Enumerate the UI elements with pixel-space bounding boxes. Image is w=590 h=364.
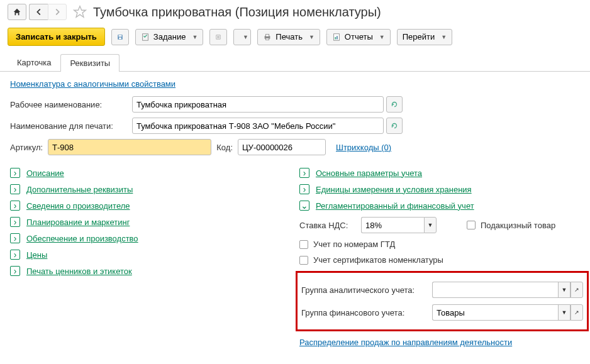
print-name-label: Наименование для печати: — [10, 121, 130, 131]
arrow-right-icon — [53, 8, 62, 16]
favorite-button[interactable] — [73, 5, 87, 19]
section-manufacturer[interactable]: Сведения о производителе — [26, 201, 130, 211]
section-units[interactable]: Единицы измерения и условия хранения — [316, 185, 472, 194]
expand-icon[interactable] — [299, 184, 309, 194]
work-name-input[interactable] — [132, 96, 384, 113]
fin-dropdown[interactable]: ▼ — [558, 304, 571, 321]
tab-card[interactable]: Карточка — [8, 53, 60, 71]
print-button[interactable]: Печать ▼ — [257, 29, 320, 45]
svg-rect-2 — [119, 37, 121, 39]
back-button[interactable] — [29, 4, 48, 20]
section-extra[interactable]: Дополнительные реквизиты — [26, 185, 133, 194]
section-regulated[interactable]: Регламентированный и финансовый учет — [316, 201, 474, 211]
work-name-label: Рабочее наименование: — [10, 100, 130, 109]
print-name-input[interactable] — [132, 118, 384, 134]
section-main-params[interactable]: Основные параметры учета — [316, 168, 422, 178]
svg-rect-13 — [337, 36, 338, 39]
reports-icon — [332, 33, 341, 41]
refresh-icon — [390, 121, 399, 130]
expand-icon[interactable] — [10, 250, 20, 260]
section-labels[interactable]: Печать ценников и этикеток — [26, 267, 132, 276]
gtd-label: Учет по номерам ГТД — [313, 240, 395, 249]
section-planning[interactable]: Планирование и маркетинг — [26, 218, 130, 227]
list-icon — [215, 33, 221, 41]
save-button[interactable] — [111, 29, 129, 45]
expand-icon[interactable] — [10, 233, 20, 243]
print-icon — [263, 33, 272, 41]
svg-rect-10 — [266, 38, 269, 40]
section-prices[interactable]: Цены — [26, 250, 47, 260]
analytic-open[interactable]: ↗ — [571, 282, 583, 298]
fin-open[interactable]: ↗ — [571, 304, 583, 321]
home-icon — [13, 8, 21, 16]
print-label: Печать — [276, 32, 303, 41]
chevron-down-icon: ▼ — [441, 34, 447, 40]
arrow-left-icon — [35, 8, 43, 16]
section-supply[interactable]: Обеспечение и производство — [26, 234, 138, 243]
task-button[interactable]: Задание ▼ — [135, 29, 204, 45]
gtd-checkbox[interactable] — [299, 240, 308, 249]
vat-label: Ставка НДС: — [299, 221, 356, 230]
tab-props[interactable]: Реквизиты — [60, 54, 120, 72]
collapse-icon[interactable] — [299, 201, 309, 211]
reports-button[interactable]: Отчеты ▼ — [326, 29, 391, 45]
analytic-label: Группа аналитического учета: — [301, 285, 427, 295]
cert-checkbox[interactable] — [299, 256, 308, 265]
excise-checkbox[interactable] — [467, 221, 476, 229]
section-description[interactable]: Описание — [26, 168, 64, 178]
chevron-down-icon: ▼ — [309, 34, 314, 40]
article-label: Артикул: — [10, 143, 45, 152]
fin-label: Группа финансового учета: — [301, 308, 427, 317]
barcodes-link[interactable]: Штрихкоды (0) — [336, 143, 391, 152]
code-input[interactable] — [238, 139, 326, 155]
reports-label: Отчеты — [345, 32, 373, 41]
save-icon — [117, 33, 123, 41]
task-icon — [141, 33, 150, 41]
highlighted-region: Группа аналитического учета: ▼ ↗ Группа … — [296, 271, 589, 331]
folder-button[interactable]: ▼ — [233, 29, 251, 45]
chevron-down-icon: ▼ — [243, 34, 248, 40]
expand-icon[interactable] — [10, 201, 20, 211]
article-input[interactable] — [48, 139, 211, 155]
expand-icon[interactable] — [10, 266, 20, 276]
excise-label: Подакцизный товар — [481, 221, 555, 230]
page-title: Тумбочка прикроватная (Позиция номенклат… — [93, 5, 381, 19]
expand-icon[interactable] — [10, 184, 20, 194]
home-button[interactable] — [8, 4, 26, 20]
svg-rect-12 — [335, 37, 336, 40]
expand-icon[interactable] — [10, 168, 20, 178]
chevron-down-icon: ▼ — [379, 34, 385, 40]
analytic-dropdown[interactable]: ▼ — [558, 282, 571, 298]
task-label: Задание — [153, 32, 186, 41]
vat-input[interactable] — [361, 217, 424, 233]
svg-rect-1 — [118, 35, 121, 36]
star-icon — [73, 5, 87, 19]
refresh-icon — [390, 100, 399, 109]
forward-button[interactable] — [48, 4, 67, 20]
goto-label: Перейти — [403, 32, 435, 41]
analytic-input[interactable] — [432, 282, 558, 298]
list-button[interactable] — [209, 29, 227, 45]
vat-dropdown[interactable]: ▼ — [424, 217, 437, 233]
code-label: Код: — [214, 143, 233, 152]
expand-icon[interactable] — [299, 168, 309, 178]
goto-button[interactable]: Перейти ▼ — [397, 29, 452, 45]
fin-input[interactable] — [432, 304, 558, 321]
chevron-down-icon: ▼ — [192, 34, 198, 40]
expand-icon[interactable] — [10, 217, 20, 227]
distribution-link[interactable]: Распределение продаж по направлениям дея… — [299, 338, 512, 347]
similar-link[interactable]: Номенклатура с аналогичными свойствами — [10, 79, 175, 89]
svg-rect-9 — [266, 34, 269, 36]
cert-label: Учет сертификатов номенклатуры — [313, 255, 443, 265]
print-name-action[interactable] — [386, 118, 403, 134]
work-name-action[interactable] — [386, 96, 403, 113]
save-close-button[interactable]: Записать и закрыть — [8, 28, 105, 46]
